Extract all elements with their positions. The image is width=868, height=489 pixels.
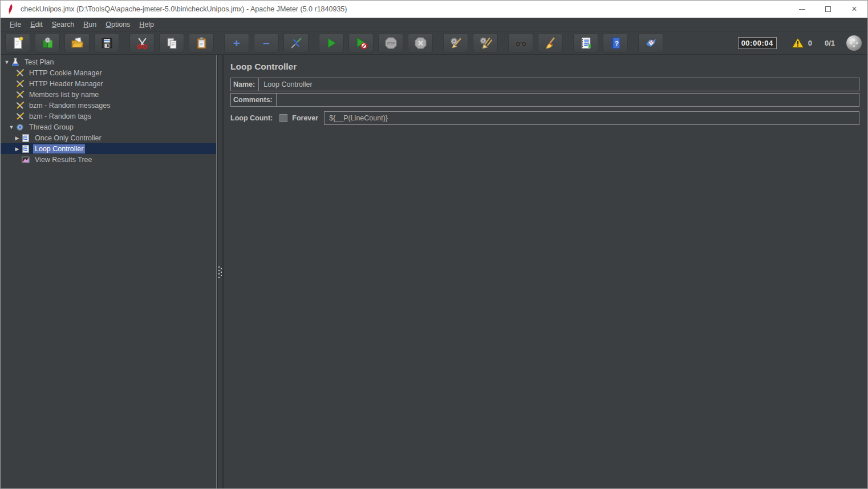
loop-count-row: Loop Count: Forever: [230, 111, 859, 125]
copy-button[interactable]: [159, 33, 184, 52]
clear-all-icon: [478, 36, 493, 50]
status-arrows-icon: [846, 35, 862, 51]
save-button[interactable]: [94, 33, 119, 52]
search-reset-button[interactable]: [538, 33, 563, 52]
start-no-pauses-icon: [354, 36, 368, 50]
search-icon: [514, 36, 528, 50]
comments-input[interactable]: [277, 94, 859, 106]
tree-item-bzm-random-tags[interactable]: bzm - Random tags: [1, 111, 216, 122]
loop-controller-panel: Loop Controller Name: Comments: Loop Cou…: [224, 55, 867, 489]
close-button[interactable]: ×: [841, 1, 867, 18]
loop-count-label: Loop Count:: [230, 114, 273, 122]
expander-icon[interactable]: ▼: [7, 124, 15, 130]
clear-button[interactable]: [443, 33, 468, 52]
collapse-all-icon: −: [263, 37, 270, 49]
new-file-icon: [11, 36, 25, 50]
clear-all-button[interactable]: [473, 33, 498, 52]
error-count: 0: [808, 39, 812, 47]
config-element-icon: [15, 90, 25, 99]
minimize-button[interactable]: [789, 1, 815, 18]
stop-icon: STOP: [384, 36, 398, 50]
plugins-manager-icon: [644, 36, 658, 50]
paste-button[interactable]: [189, 33, 214, 52]
help-icon: ?: [609, 36, 623, 50]
test-status-indicator: [846, 35, 862, 51]
splitter-grip-icon: [219, 266, 222, 278]
tree-item-test-plan[interactable]: ▼ Test Plan: [1, 56, 216, 67]
clear-icon: [449, 36, 463, 50]
start-icon: [325, 36, 339, 50]
config-element-icon: [15, 68, 25, 78]
thread-group-icon: [15, 123, 25, 132]
controller-icon: [21, 134, 30, 143]
copy-icon: [165, 36, 179, 50]
loop-count-input[interactable]: [324, 111, 859, 125]
svg-text:?: ?: [615, 40, 619, 47]
templates-icon: [40, 36, 55, 50]
title-bar: checkUnipos.jmx (D:\ToolsQA\apache-jmete…: [1, 1, 867, 18]
paste-icon: [194, 36, 209, 50]
svg-text:STOP: STOP: [387, 41, 395, 45]
maximize-icon: [825, 6, 831, 12]
stop-button[interactable]: STOP: [378, 33, 403, 52]
name-row: Name:: [230, 78, 859, 91]
open-file-icon: [70, 36, 84, 50]
tree-item-once-only-controller[interactable]: ▶ Once Only Controller: [1, 132, 216, 143]
start-button[interactable]: [319, 33, 344, 52]
menu-edit[interactable]: Edit: [26, 19, 47, 30]
elapsed-timer: 00:00:04: [738, 37, 777, 49]
minimize-icon: [799, 9, 805, 10]
open-file-button[interactable]: [64, 33, 90, 52]
config-element-icon: [15, 79, 25, 88]
expander-icon[interactable]: ▶: [13, 135, 21, 141]
expander-icon[interactable]: ▼: [3, 59, 11, 65]
toggle-icon: [289, 36, 303, 50]
name-label: Name:: [231, 78, 259, 91]
function-helper-icon: [579, 36, 593, 50]
forever-label: Forever: [292, 114, 318, 122]
search-reset-icon: [543, 36, 558, 50]
plugins-manager-button[interactable]: [638, 33, 663, 52]
tree-item-http-cookie-manager[interactable]: HTTP Cookie Manager: [1, 67, 216, 78]
panel-splitter[interactable]: [217, 55, 224, 489]
maximize-button[interactable]: [815, 1, 841, 18]
expander-icon[interactable]: ▶: [13, 146, 21, 152]
page-title: Loop Controller: [230, 62, 859, 72]
expand-all-button[interactable]: +: [224, 33, 249, 52]
tree-item-thread-group[interactable]: ▼ Thread Group: [1, 122, 216, 132]
function-helper-button[interactable]: [573, 33, 598, 52]
controller-icon: [21, 144, 30, 153]
jmeter-feather-icon: [6, 3, 15, 15]
templates-button[interactable]: [35, 33, 60, 52]
forever-checkbox[interactable]: [279, 114, 287, 122]
collapse-all-button[interactable]: −: [254, 33, 279, 52]
warning-icon[interactable]: [792, 37, 804, 49]
menu-search[interactable]: Search: [47, 19, 79, 30]
results-tree-icon: [21, 155, 30, 164]
config-element-icon: [15, 112, 25, 121]
toggle-button[interactable]: [283, 33, 309, 52]
cut-icon: [135, 36, 149, 50]
menu-file[interactable]: File: [5, 19, 26, 30]
comments-row: Comments:: [230, 93, 859, 107]
cut-button[interactable]: [129, 33, 155, 52]
shutdown-button[interactable]: [408, 33, 433, 52]
tree-item-bzm-random-messages[interactable]: bzm - Random messages: [1, 100, 216, 111]
menu-help[interactable]: Help: [135, 19, 159, 30]
close-icon: ×: [851, 4, 857, 14]
help-button[interactable]: ?: [603, 33, 628, 52]
start-no-pauses-button[interactable]: [348, 33, 374, 52]
toolbar: + − STOP: [1, 31, 867, 55]
tree-item-http-header-manager[interactable]: HTTP Header Manager: [1, 78, 216, 89]
config-element-icon: [15, 101, 25, 110]
menu-run[interactable]: Run: [79, 19, 101, 30]
tree-item-members-list-by-name[interactable]: Members list by name: [1, 89, 216, 100]
tree-item-view-results-tree[interactable]: View Results Tree: [1, 154, 216, 165]
tree-item-loop-controller[interactable]: ▶ Loop Controller: [1, 143, 216, 154]
new-file-button[interactable]: [5, 33, 30, 52]
comments-label: Comments:: [231, 94, 277, 106]
search-button[interactable]: [508, 33, 533, 52]
shutdown-icon: [413, 36, 428, 50]
menu-options[interactable]: Options: [101, 19, 135, 30]
name-input[interactable]: [259, 78, 859, 91]
